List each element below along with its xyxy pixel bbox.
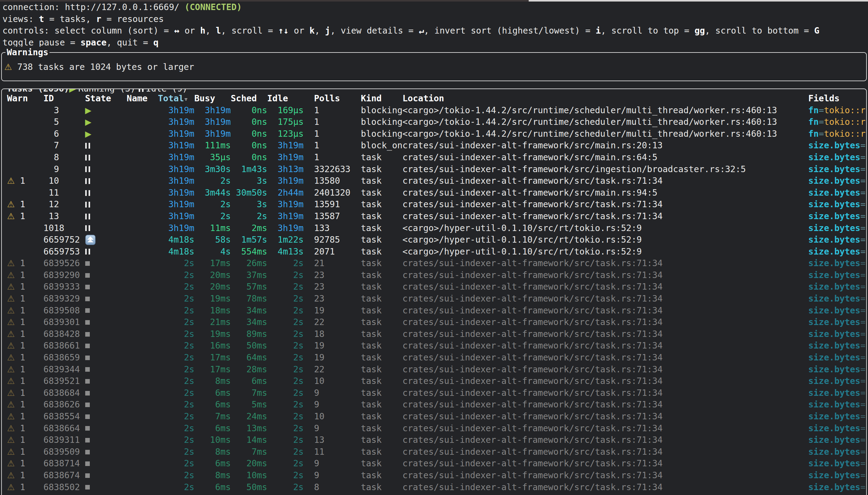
cell-location: crates/sui-indexer-alt-framework/src/tas… [403, 434, 808, 446]
table-row[interactable]: 66597524m18s58s1m57s1m22s92785task<cargo… [2, 234, 866, 246]
table-row[interactable]: ⚠ 168385542s7ms24ms2s10taskcrates/sui-in… [2, 411, 866, 423]
cell-busy: 3h19m [194, 116, 231, 128]
cell-busy: 17ms [194, 364, 231, 376]
cell-state [80, 225, 121, 231]
cell-state [80, 273, 121, 278]
table-row[interactable]: ⚠ 168395092s8ms7ms2s11taskcrates/sui-ind… [2, 446, 866, 458]
table-row[interactable]: ⚠ 1 133h19m2s2s3h19m13587taskcrates/sui-… [2, 210, 866, 222]
column-header-fields[interactable]: Fields [808, 93, 866, 105]
cell-busy: 21ms [194, 317, 231, 328]
table-row[interactable]: 3▶3h19m3h19m0ns169µs1blocking<cargo>/tok… [2, 105, 866, 117]
column-header-idle[interactable]: Idle [267, 93, 304, 105]
table-row[interactable]: ⚠ 168386742s8ms10ms2s9taskcrates/sui-ind… [2, 470, 866, 482]
cell-location: crates/sui-indexer-alt-framework/src/tas… [403, 352, 808, 364]
cell-task-id: 6838626 [44, 399, 80, 411]
field-equals: = [861, 270, 866, 280]
table-row[interactable]: ⚠ 168384282s19ms89ms2s18taskcrates/sui-i… [2, 328, 866, 340]
cell-sched: 10ms [231, 470, 267, 482]
table-row[interactable]: ⚠ 168386262s6ms5ms2s9taskcrates/sui-inde… [2, 399, 866, 411]
cell-fields: size.bytes= [808, 187, 866, 199]
cell-idle: 2s [267, 352, 304, 364]
field-key: size.bytes [808, 164, 861, 174]
completed-icon [85, 461, 90, 466]
cell-state [80, 202, 121, 207]
cell-location: crates/sui-indexer-alt-framework/src/tas… [403, 270, 808, 281]
table-row[interactable]: 66597534m18s4s554ms4m13s2071task<cargo>/… [2, 246, 866, 258]
table-row[interactable]: ⚠ 168393112s10ms14ms2s13taskcrates/sui-i… [2, 434, 866, 446]
completed-icon [85, 297, 90, 301]
table-row[interactable]: ⚠ 168393292s19ms78ms2s23taskcrates/sui-i… [2, 293, 866, 305]
field-equals: = [861, 447, 866, 457]
warning-count: 1 [15, 388, 25, 398]
field-equals: = [861, 329, 866, 339]
cell-polls: 1 [304, 152, 350, 164]
sort-direction-icon: ▿ [184, 95, 188, 103]
cell-polls: 11 [304, 446, 350, 458]
cell-sched: 78ms [231, 293, 267, 305]
warning-count: 1 [15, 411, 25, 422]
table-row[interactable]: 113h19m3m44s30m50s2h44m2401320taskcrates… [2, 187, 866, 199]
column-header-busy[interactable]: Busy [194, 93, 231, 105]
cell-idle: 2s [267, 317, 304, 328]
column-header-polls[interactable]: Polls [304, 93, 350, 105]
cell-idle: 2s [267, 305, 304, 317]
field-key: size.bytes [808, 364, 861, 374]
cell-kind: task [350, 387, 402, 399]
cell-task-id: 11 [44, 187, 80, 199]
cell-kind: task [350, 293, 402, 305]
table-row[interactable]: ⚠ 168393442s17ms28ms2s22taskcrates/sui-i… [2, 364, 866, 376]
table-row[interactable]: ⚠ 168386642s6ms13ms2s9taskcrates/sui-ind… [2, 423, 866, 434]
column-header-location[interactable]: Location [403, 93, 808, 105]
cell-location: <cargo>/hyper-util-0.1.10/src/rt/tokio.r… [403, 246, 808, 258]
table-row[interactable]: ⚠ 168393332s20ms57ms2s23taskcrates/sui-i… [2, 281, 866, 293]
cell-fields: size.bytes= [808, 140, 866, 152]
table-row[interactable]: ⚠ 168395262s17ms26ms2s21taskcrates/sui-i… [2, 258, 866, 270]
cell-busy: 17ms [194, 258, 231, 270]
status-text: controls: select column (sort) = [2, 25, 174, 36]
cell-task-id: 6839526 [44, 258, 80, 270]
running-icon: ▶ [85, 116, 91, 128]
table-row[interactable]: ⚠ 1 123h19m2s3s3h19m13591taskcrates/sui-… [2, 199, 866, 210]
status-text: connection: http://127.0.0.1:6669/ [2, 2, 184, 12]
table-row[interactable]: 6▶3h19m3h19m0ns123µs1blocking<cargo>/tok… [2, 128, 866, 140]
table-row[interactable]: ⚠ 168393012s21ms34ms2s22taskcrates/sui-i… [2, 317, 866, 328]
cell-kind: task [350, 152, 402, 164]
table-row[interactable]: 93h19m3m30s1m43s3h13m3322633taskcrates/s… [2, 164, 866, 175]
warning-icon: ⚠ [7, 388, 15, 398]
cell-fields: size.bytes= [808, 164, 866, 175]
table-row[interactable]: ⚠ 168387142s6ms20ms2s9taskcrates/sui-ind… [2, 458, 866, 470]
warning-icon: ⚠ [7, 423, 15, 433]
cell-polls: 2071 [304, 246, 350, 258]
table-row[interactable]: ⚠ 168395082s18ms34ms2s19taskcrates/sui-i… [2, 305, 866, 317]
table-row[interactable]: 83h19m35µs0ns3h19m1taskcrates/sui-indexe… [2, 152, 866, 164]
cell-task-id: 6839344 [44, 364, 80, 376]
field-key: size.bytes [808, 258, 861, 268]
cell-location: crates/sui-indexer-alt-framework/src/tas… [403, 293, 808, 305]
inactive-tab-edge[interactable] [529, 0, 868, 1]
status-text: = tasks, [44, 14, 96, 24]
table-row[interactable]: ⚠ 168392902s20ms37ms2s23taskcrates/sui-i… [2, 270, 866, 281]
table-row[interactable]: ⚠ 168395212s8ms6ms2s10taskcrates/sui-ind… [2, 375, 866, 387]
cell-idle: 2s [267, 293, 304, 305]
cell-idle: 2s [267, 434, 304, 446]
cell-sched: 1m57s [231, 234, 267, 246]
table-row[interactable]: 10183h19m11ms2ms3h19m133task<cargo>/hype… [2, 222, 866, 234]
cell-state [80, 367, 121, 372]
table-row[interactable]: ⚠ 1 103h19m2s3s3h19m13580taskcrates/sui-… [2, 175, 866, 187]
table-row[interactable]: 5▶3h19m3h19m0ns175µs1blocking<cargo>/tok… [2, 116, 866, 128]
running-icon: ▶ [69, 88, 76, 95]
column-header-sched[interactable]: Sched [231, 93, 267, 105]
table-row[interactable]: 73h19m111ms0ns3h19m1block_oncrates/sui-i… [2, 140, 866, 152]
cell-state [80, 320, 121, 325]
column-header-kind[interactable]: Kind [350, 93, 402, 105]
table-row[interactable]: ⚠ 168386842s6ms7ms2s9taskcrates/sui-inde… [2, 387, 866, 399]
cell-kind: blocking [350, 105, 402, 117]
field-equals: = [861, 176, 866, 186]
cell-busy: 6ms [194, 387, 231, 399]
completed-icon [85, 391, 90, 395]
key-hint: l [216, 25, 221, 36]
table-row[interactable]: ⚠ 168386592s17ms64ms2s19taskcrates/sui-i… [2, 352, 866, 364]
table-row[interactable]: ⚠ 168386612s16ms50ms2s19taskcrates/sui-i… [2, 340, 866, 352]
cell-warn: ⚠ 1 [2, 446, 44, 458]
table-row[interactable]: ⚠ 168385022s6ms50ms2s8taskcrates/sui-ind… [2, 482, 866, 494]
